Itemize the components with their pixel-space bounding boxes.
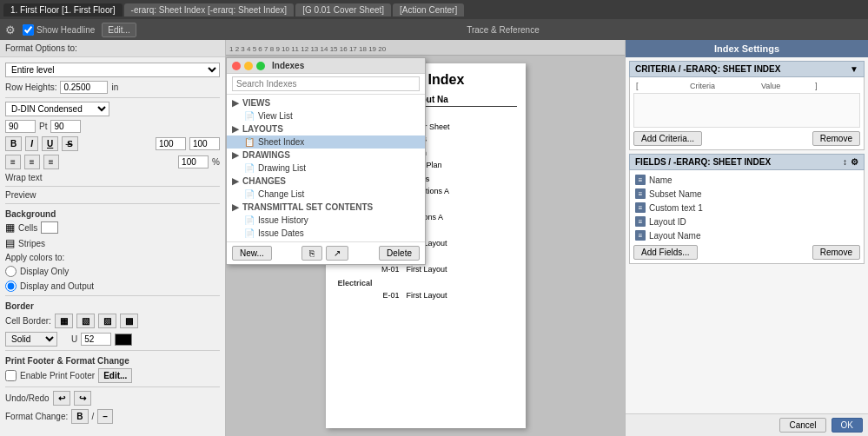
cancel-button[interactable]: Cancel [779, 418, 825, 433]
undo-button[interactable]: ↩ [53, 391, 70, 406]
enable-footer-checkbox[interactable] [5, 370, 17, 381]
border-btn-2[interactable]: ▧ [76, 314, 95, 328]
italic-button[interactable]: I [25, 136, 38, 151]
index-search-input[interactable] [232, 76, 420, 91]
border-style-select[interactable]: Solid [5, 332, 57, 347]
field-icon: ≡ [635, 188, 646, 199]
strikethrough-button[interactable]: S̶ [62, 136, 78, 151]
field-row[interactable]: ≡Layout ID [633, 215, 860, 228]
spacing-input[interactable] [189, 137, 220, 150]
share-icon-button[interactable]: ↗ [326, 246, 348, 261]
criteria-h2: Value [759, 81, 811, 91]
add-criteria-button[interactable]: Add Criteria... [633, 131, 702, 146]
remove-criteria-button[interactable]: Remove [812, 131, 860, 146]
sheet-index-item[interactable]: 📋 Sheet Index [227, 135, 425, 149]
border-btn-3[interactable]: ▨ [98, 314, 116, 328]
sort-icon[interactable]: ↕ [843, 157, 847, 167]
apply-colors-row: Apply colors to: [5, 253, 220, 262]
sheet-row-id: E-01 [335, 289, 403, 301]
toolbar: ⚙ Show Headline Edit... Trace & Referenc… [0, 19, 868, 40]
font-size-input[interactable] [5, 120, 36, 133]
maximize-traffic-light[interactable] [256, 62, 265, 70]
edit-footer-button[interactable]: Edit... [98, 368, 132, 383]
minimize-traffic-light[interactable] [244, 62, 253, 70]
transmittal-section[interactable]: ▶ TRANSMITTAL SET CONTENTS [227, 201, 425, 214]
criteria-empty-area [633, 93, 860, 128]
format-change-b-button[interactable]: B [71, 409, 88, 424]
cells-icon: ▦ [5, 221, 15, 234]
index-panel-header: Indexes [227, 58, 425, 74]
field-label: Subset Name [649, 189, 858, 199]
sheet-data-row: M-01First Layout [335, 263, 517, 275]
tab-first-floor[interactable]: 1. First Floor [1. First Floor] [3, 3, 123, 17]
fields-section-header[interactable]: FIELDS / -ERARQ: SHEET INDEX ↕ ⚙ [629, 154, 865, 170]
close-traffic-light[interactable] [232, 62, 241, 70]
border-size-input[interactable] [81, 333, 111, 346]
copy-icon-button[interactable]: ⎘ [301, 246, 322, 261]
sheet-index-icon: 📋 [244, 137, 255, 147]
layouts-section[interactable]: ▶ LAYOUTS [227, 122, 425, 135]
settings-icon[interactable]: ⚙ [5, 23, 16, 36]
issue-dates-item[interactable]: 📄 Issue Dates [227, 227, 425, 240]
view-list-icon: 📄 [244, 111, 255, 121]
stripes-row: ▤ Stripes [5, 237, 220, 249]
tab-action-center[interactable]: [Action Center] [393, 3, 464, 17]
issue-history-item[interactable]: 📄 Issue History [227, 214, 425, 227]
view-list-item[interactable]: 📄 View List [227, 109, 425, 122]
align-left-button[interactable]: ≡ [5, 155, 21, 169]
index-tree: ▶ VIEWS 📄 View List ▶ LAYOUTS 📋 Sheet In… [227, 95, 425, 241]
display-output-radio[interactable] [5, 281, 17, 292]
tab-cover-sheet[interactable]: [G 0.01 Cover Sheet] [295, 3, 391, 17]
row-height-label: Row Heights: [5, 83, 56, 92]
cells-row: ▦ Cells [5, 221, 220, 234]
format-change-slash-button[interactable]: – [97, 409, 113, 424]
gear-icon[interactable]: ⚙ [851, 157, 858, 167]
criteria-section-header[interactable]: CRITERIA / -ERARQ: SHEET INDEX ▼ [629, 61, 865, 77]
row-height-input[interactable] [60, 81, 108, 94]
main-layout: Format Options to: Entire level Row Heig… [0, 40, 868, 436]
field-row[interactable]: ≡Custom text 1 [633, 201, 860, 214]
border-btn-1[interactable]: ▦ [55, 314, 73, 328]
delete-index-button[interactable]: Delete [379, 246, 420, 261]
changes-section[interactable]: ▶ CHANGES [227, 175, 425, 188]
display-only-radio[interactable] [5, 266, 17, 277]
preview-row: Preview [5, 190, 220, 200]
field-row[interactable]: ≡Name [633, 174, 860, 186]
font-select[interactable]: D-DIN Condensed [5, 102, 109, 116]
apply-to-select[interactable]: Entire level [5, 63, 220, 77]
align-num-input[interactable] [178, 155, 209, 168]
drawing-list-item[interactable]: 📄 Drawing List [227, 162, 425, 175]
index-footer: New... ⎘ ↗ Delete [227, 241, 425, 264]
criteria-section-content: [ Criteria Value ] and/or Add Criteria..… [629, 77, 865, 150]
cells-color-swatch[interactable] [41, 221, 58, 234]
cell-border-label: Cell Border: [5, 316, 51, 326]
ok-button[interactable]: OK [832, 418, 863, 433]
border-color-swatch[interactable] [115, 334, 132, 346]
drawings-section[interactable]: ▶ DRAWINGS [227, 149, 425, 162]
show-headline-checkbox[interactable]: Show Headline [23, 24, 95, 36]
underline-button[interactable]: U [42, 136, 58, 151]
change-list-item[interactable]: 📄 Change List [227, 188, 425, 201]
new-index-button[interactable]: New... [232, 246, 272, 261]
add-fields-button[interactable]: Add Fields... [633, 245, 698, 260]
border-btn-4[interactable]: ▩ [120, 314, 138, 328]
font-size2-input[interactable] [50, 120, 81, 133]
field-icon: ≡ [635, 230, 646, 241]
field-row[interactable]: ≡Subset Name [633, 188, 860, 200]
redo-button[interactable]: ↪ [74, 391, 91, 406]
enable-footer-row: Enable Print Footer Edit... [5, 368, 220, 383]
field-icon: ≡ [635, 175, 646, 185]
tab-sheet-index[interactable]: -erarq: Sheet Index [-erarq: Sheet Index… [124, 3, 295, 17]
bold-button[interactable]: B [5, 136, 22, 151]
drawing-list-icon: 📄 [244, 163, 255, 173]
views-section[interactable]: ▶ VIEWS [227, 96, 425, 109]
edit-button[interactable]: Edit... [102, 23, 136, 37]
horizontal-ruler: 1 2 3 4 5 6 7 8 9 10 11 12 13 14 15 16 1… [226, 40, 625, 56]
remove-fields-button[interactable]: Remove [812, 245, 860, 260]
align-right-button[interactable]: ≡ [43, 155, 59, 169]
field-row[interactable]: ≡Layout Name [633, 229, 860, 241]
row-height-row: Row Heights: in [5, 81, 220, 94]
align-center-button[interactable]: ≡ [24, 155, 40, 169]
indent-input[interactable] [156, 137, 186, 150]
font-size-row: Pt [5, 120, 220, 133]
